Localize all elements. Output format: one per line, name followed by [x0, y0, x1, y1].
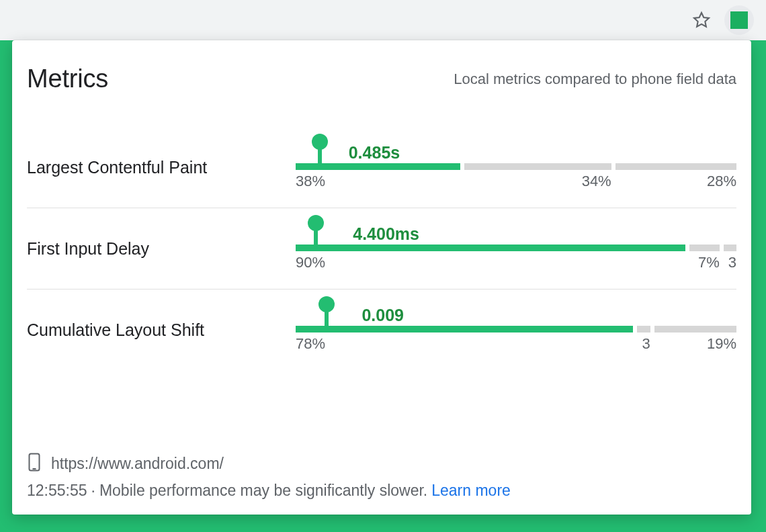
bookmark-star-icon[interactable]	[691, 9, 712, 31]
bar-track	[296, 245, 736, 251]
bar-label: 90%	[296, 254, 685, 273]
learn-more-link[interactable]: Learn more	[431, 482, 511, 500]
metric-value: 0.485s	[349, 143, 400, 163]
footer-timestamp: 12:55:55	[27, 482, 87, 500]
metric-row: Largest Contentful Paint0.485s38%34%28%	[27, 127, 736, 208]
svg-rect-0	[30, 454, 40, 471]
mobile-device-icon	[27, 452, 42, 475]
metric-value: 4.400ms	[353, 224, 419, 244]
popup-title: Metrics	[27, 64, 108, 93]
metric-name: Cumulative Layout Shift	[27, 320, 296, 340]
browser-toolbar	[0, 0, 766, 40]
metric-name: First Input Delay	[27, 239, 296, 259]
footer-separator: ·	[91, 482, 95, 500]
popup-footer: https://www.android.com/ 12:55:55 · Mobi…	[27, 452, 736, 500]
bar-labels: 38%34%28%	[296, 173, 736, 191]
metric-row: First Input Delay4.400ms90%7%3	[27, 208, 736, 290]
popup-subtitle: Local metrics compared to phone field da…	[454, 71, 736, 88]
footer-url: https://www.android.com/	[51, 455, 224, 473]
bar-track	[296, 326, 736, 332]
footer-status-row: 12:55:55 · Mobile performance may be sig…	[27, 482, 736, 500]
metric-value: 0.009	[361, 306, 404, 325]
popup-header: Metrics Local metrics compared to phone …	[27, 64, 736, 93]
bar-segment	[654, 326, 736, 332]
bar-segment	[296, 163, 460, 170]
metric-marker-icon	[318, 140, 322, 165]
bar-label: 78%	[296, 335, 633, 354]
extension-status-square-icon	[730, 11, 748, 29]
bar-labels: 90%7%3	[296, 254, 736, 273]
bar-label: 19%	[654, 335, 736, 354]
metric-bar: 0.485s38%34%28%	[296, 143, 736, 191]
metrics-list: Largest Contentful Paint0.485s38%34%28%F…	[27, 127, 736, 447]
metric-row: Cumulative Layout Shift0.00978%319%	[27, 290, 736, 370]
bar-label: 7%	[689, 254, 720, 273]
bar-segment	[724, 245, 736, 251]
bar-segment	[637, 326, 650, 332]
bar-labels: 78%319%	[296, 335, 736, 354]
bar-label: 3	[637, 335, 650, 354]
bar-label: 34%	[464, 173, 611, 191]
bar-label: 3	[724, 254, 736, 273]
metric-name: Largest Contentful Paint	[27, 158, 296, 177]
metrics-popup: Metrics Local metrics compared to phone …	[12, 40, 751, 515]
bar-segment	[464, 163, 611, 170]
bar-segment	[296, 245, 685, 251]
metric-marker-icon	[325, 303, 329, 327]
bar-track	[296, 163, 736, 170]
bar-label: 38%	[296, 173, 460, 191]
metric-marker-icon	[314, 222, 318, 246]
metric-bar: 0.00978%319%	[296, 306, 736, 354]
bar-segment	[689, 245, 720, 251]
bar-segment	[296, 326, 633, 332]
footer-warning: Mobile performance may be significantly …	[99, 482, 427, 500]
bar-label: 28%	[615, 173, 736, 191]
footer-url-row: https://www.android.com/	[27, 452, 736, 475]
bar-segment	[615, 163, 736, 170]
metric-bar: 4.400ms90%7%3	[296, 224, 736, 273]
extension-icon[interactable]	[724, 5, 754, 35]
